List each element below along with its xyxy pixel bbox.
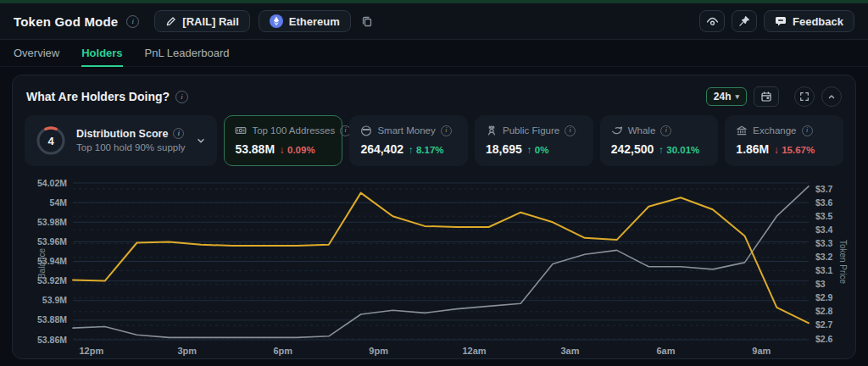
svg-text:$3.3: $3.3 <box>815 238 833 248</box>
holders-panel: What Are Holders Doing? i 24h ▾ <box>12 75 856 359</box>
ethereum-icon <box>270 14 283 28</box>
stat-card-whale[interactable]: Whale i 242,500 ↑ 30.01% <box>600 115 719 166</box>
chain-selector-label: Ethereum <box>289 15 340 28</box>
distribution-score-card[interactable]: 4 Distribution Score i Top 100 hold 90% … <box>25 115 217 166</box>
time-range-dropdown[interactable]: 24h ▾ <box>706 87 747 106</box>
score-value: 4 <box>47 135 54 147</box>
svg-text:$2.9: $2.9 <box>815 292 833 302</box>
holders-chart[interactable]: $3.7$3.6$3.5$3.4$3.3$3.2$3.1$3$2.9$2.8$2… <box>13 170 855 358</box>
stat-card-smart-money[interactable]: Smart Money i 264,402 ↑ 8.17% <box>349 115 468 166</box>
stat-value: 18,695 <box>486 142 522 156</box>
info-icon[interactable]: i <box>175 91 188 103</box>
stat-label: Whale <box>628 125 656 136</box>
svg-text:Token Price: Token Price <box>838 240 848 285</box>
fullscreen-icon <box>799 92 810 102</box>
arrow-up-icon: ↑ <box>659 145 664 155</box>
info-icon[interactable]: i <box>802 125 813 136</box>
stat-value: 264,402 <box>360 142 403 156</box>
chevron-down-icon: ▾ <box>735 92 739 101</box>
banknote-icon <box>235 125 247 136</box>
stat-value: 1.86M <box>736 142 769 156</box>
watch-icon <box>706 15 719 28</box>
calendar-button[interactable] <box>754 86 779 107</box>
info-icon[interactable]: i <box>173 128 184 139</box>
stat-delta: ↓ 0.09% <box>280 145 315 155</box>
svg-text:53.88M: 53.88M <box>37 314 67 324</box>
svg-text:$2.6: $2.6 <box>815 334 833 344</box>
stat-card-exchange[interactable]: Exchange i 1.86M ↓ 15.67% <box>725 115 843 166</box>
chart-svg: $3.7$3.6$3.5$3.4$3.3$3.2$3.1$3$2.9$2.8$2… <box>13 170 855 358</box>
copy-icon[interactable] <box>361 15 373 27</box>
stat-value: 53.88M <box>235 142 275 156</box>
svg-text:$3.1: $3.1 <box>815 265 833 275</box>
stat-card-top100-addresses[interactable]: Top 100 Addresses i 53.88M ↓ 0.09% <box>224 115 342 166</box>
svg-text:$3.4: $3.4 <box>815 225 833 235</box>
distribution-subtitle: Top 100 hold 90% supply <box>76 143 186 153</box>
svg-text:$3.7: $3.7 <box>815 184 833 194</box>
stat-value: 242,500 <box>611 142 654 156</box>
calendar-icon <box>760 91 772 103</box>
svg-text:54M: 54M <box>50 197 68 208</box>
info-icon[interactable]: i <box>660 125 671 136</box>
bank-icon <box>736 125 748 136</box>
svg-text:54.02M: 54.02M <box>37 178 67 188</box>
fullscreen-button[interactable] <box>794 86 815 107</box>
tab-pnl-leaderboard[interactable]: PnL Leaderboard <box>145 40 230 66</box>
svg-text:$3.5: $3.5 <box>815 211 833 221</box>
chain-selector-button[interactable]: Ethereum <box>259 10 351 32</box>
feedback-button[interactable]: Feedback <box>764 10 854 32</box>
svg-text:53.96M: 53.96M <box>37 236 67 247</box>
stats-row: 4 Distribution Score i Top 100 hold 90% … <box>13 107 855 166</box>
pencil-icon <box>165 16 176 27</box>
panel-title: What Are Holders Doing? <box>26 90 170 103</box>
svg-text:$3.6: $3.6 <box>815 197 833 208</box>
stat-delta: ↑ 0% <box>527 145 549 155</box>
stat-card-public-figure[interactable]: Public Figure i 18,695 ↑ 0% <box>475 115 593 166</box>
tab-overview[interactable]: Overview <box>14 40 59 66</box>
token-selector-button[interactable]: [RAIL] Rail <box>154 10 249 32</box>
score-gauge: 4 <box>35 125 67 157</box>
arrow-down-icon: ↓ <box>774 145 779 155</box>
feedback-bubble-icon <box>775 15 787 27</box>
stat-label: Top 100 Addresses <box>252 125 335 136</box>
svg-text:6am: 6am <box>656 346 675 356</box>
chevron-down-icon[interactable] <box>195 135 207 147</box>
stat-label: Smart Money <box>377 125 435 136</box>
token-selector-label: [RAIL] Rail <box>182 15 238 28</box>
anon-mask-icon <box>360 125 372 136</box>
tab-holders[interactable]: Holders <box>81 40 122 66</box>
svg-text:$3.2: $3.2 <box>815 252 833 262</box>
svg-text:9pm: 9pm <box>369 346 388 356</box>
pin-icon <box>738 15 750 27</box>
distribution-text: Distribution Score i Top 100 hold 90% su… <box>76 128 186 153</box>
svg-text:$2.7: $2.7 <box>815 319 833 330</box>
svg-text:$2.8: $2.8 <box>815 306 833 316</box>
svg-text:12am: 12am <box>463 346 487 356</box>
tab-bar: Overview Holders PnL Leaderboard <box>0 40 868 67</box>
stat-label: Exchange <box>753 125 796 136</box>
stat-label: Public Figure <box>503 125 559 136</box>
chevron-up-icon <box>826 92 837 102</box>
whale-icon <box>611 125 623 136</box>
stat-delta: ↓ 15.67% <box>774 145 815 155</box>
panel-header: What Are Holders Doing? i 24h ▾ <box>13 75 855 107</box>
pin-button[interactable] <box>732 10 757 32</box>
feedback-label: Feedback <box>793 15 843 28</box>
arrow-up-icon: ↑ <box>409 145 414 155</box>
info-icon[interactable]: i <box>126 15 139 28</box>
svg-text:$3: $3 <box>815 279 826 289</box>
svg-text:53.86M: 53.86M <box>37 335 67 345</box>
svg-text:9am: 9am <box>752 346 771 356</box>
svg-text:3pm: 3pm <box>177 346 197 356</box>
distribution-title: Distribution Score <box>76 129 168 140</box>
info-icon[interactable]: i <box>565 125 576 136</box>
watch-button[interactable] <box>699 10 725 32</box>
page-title: Token God Mode <box>14 14 118 29</box>
info-icon[interactable]: i <box>441 125 452 136</box>
topbar: Token God Mode i [RAIL] Rail Ethereum <box>0 3 868 40</box>
svg-text:53.98M: 53.98M <box>37 217 67 227</box>
stat-delta: ↑ 8.17% <box>409 145 444 155</box>
svg-text:3am: 3am <box>560 346 579 356</box>
svg-text:53.9M: 53.9M <box>42 295 67 305</box>
collapse-button[interactable] <box>821 86 842 107</box>
